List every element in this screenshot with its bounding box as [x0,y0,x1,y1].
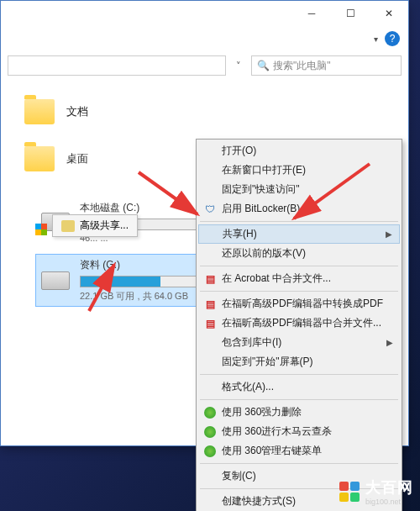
address-dropdown-icon[interactable]: ˅ [231,61,246,71]
share-folder-icon [61,220,75,232]
titlebar: ─ ☐ ✕ [1,1,408,26]
menu-item[interactable]: 打开(O) [198,141,400,161]
drive-name: 资料 (G:) [80,258,204,272]
toolbar: ▾ ? [1,26,408,51]
menu-item[interactable]: 格式化(A)... [198,377,400,397]
folder-label: 桌面 [66,151,88,166]
watermark-name: 大百网 [365,477,413,498]
menu-item-label: 固定到"开始"屏幕(P) [222,355,313,369]
folder-icon [24,146,55,171]
menu-item[interactable]: 在新窗口中打开(E) [198,161,400,180]
watermark: 大百网 big100.net [339,477,413,506]
360-icon [203,406,217,419]
menu-item[interactable]: 固定到"快速访问" [198,180,400,199]
pdf2-icon: ▤ [203,317,217,330]
watermark-logo-icon [339,481,360,503]
menu-item[interactable]: 使用 360管理右键菜单 [198,441,400,461]
menu-item-label: 打开(O) [222,144,256,158]
menu-item-label: 创建快捷方式(S) [222,494,296,508]
maximize-button[interactable]: ☐ [331,1,370,26]
menu-item-label: 固定到"快速访问" [222,182,300,197]
address-input[interactable] [8,55,226,76]
menu-separator [200,266,398,266]
menu-separator [200,463,398,464]
menu-item-label: 格式化(A)... [222,380,274,394]
menu-item-label: 复制(C) [222,469,256,483]
search-placeholder: 搜索"此电脑" [273,59,331,73]
menu-item-label: 使用 360进行木马云查杀 [222,424,332,439]
menu-separator [200,399,398,400]
folder-label: 文档 [66,104,88,119]
menu-item[interactable]: 使用 360强力删除 [198,403,400,422]
drive-icon [41,271,70,290]
share-submenu-label: 高级共享... [80,219,129,233]
menu-item[interactable]: 包含到库中(I)▶ [198,333,400,352]
menu-item[interactable]: 共享(H)▶ [198,224,400,244]
menu-item[interactable]: 还原以前的版本(V) [198,244,400,263]
share-submenu-item[interactable]: 高级共享... [52,214,138,237]
menu-item[interactable]: 🛡启用 BitLocker(B) [198,199,400,219]
menu-item-label: 在福昕高级PDF编辑器中转换成PDF [222,297,383,311]
menu-item-label: 使用 360强力删除 [222,405,302,419]
menu-item[interactable]: ▤在福昕高级PDF编辑器中合并文件... [198,313,400,333]
submenu-arrow-icon: ▶ [386,229,392,239]
addressbar: ˅ 🔍 搜索"此电脑" [1,51,408,80]
toolbar-caret-icon[interactable]: ▾ [374,34,378,44]
folder-icon [24,99,55,124]
menu-item-label: 在 Acrobat 中合并文件... [222,271,331,286]
pdf-icon: ▤ [203,272,217,286]
menu-item-label: 还原以前的版本(V) [222,246,306,261]
menu-item-label: 在福昕高级PDF编辑器中合并文件... [222,316,381,330]
menu-item[interactable]: ▤在福昕高级PDF编辑器中转换成PDF [198,294,400,313]
360-icon [203,425,217,439]
help-icon[interactable]: ? [385,31,400,46]
menu-separator [200,221,398,222]
menu-separator [200,291,398,292]
minimize-button[interactable]: ─ [292,1,331,26]
360-icon [203,445,217,458]
search-icon: 🔍 [257,60,270,71]
pdf2-icon: ▤ [203,298,217,311]
drive-info: 资料 (G:) 22.1 GB 可用 , 共 64.0 GB [80,258,204,303]
watermark-domain: big100.net [365,498,413,506]
menu-item[interactable]: 固定到"开始"屏幕(P) [198,352,400,371]
menu-item-label: 使用 360管理右键菜单 [222,444,322,458]
search-input[interactable]: 🔍 搜索"此电脑" [251,55,402,76]
close-button[interactable]: ✕ [370,1,408,26]
shield-icon: 🛡 [203,203,217,216]
menu-item-label: 启用 BitLocker(B) [222,202,300,216]
menu-item-label: 包含到库中(I) [222,335,281,350]
menu-separator [200,374,398,375]
folder-row[interactable]: 文档 [24,88,400,135]
menu-item[interactable]: ▤在 Acrobat 中合并文件... [198,269,400,288]
submenu-arrow-icon: ▶ [386,338,393,347]
drive-stats: 22.1 GB 可用 , 共 64.0 GB [80,290,204,303]
menu-item-label: 共享(H) [223,227,257,241]
context-menu: 打开(O)在新窗口中打开(E)固定到"快速访问"🛡启用 BitLocker(B)… [196,139,402,511]
menu-item-label: 在新窗口中打开(E) [222,163,306,177]
menu-item[interactable]: 使用 360进行木马云查杀 [198,422,400,441]
drive-usage-bar [80,276,204,287]
drive-name: 本地磁盘 (C:) [80,201,204,215]
